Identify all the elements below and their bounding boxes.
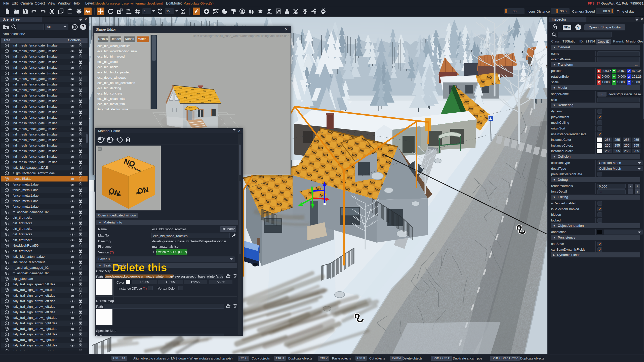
- svg-text:w: w: [128, 9, 130, 11]
